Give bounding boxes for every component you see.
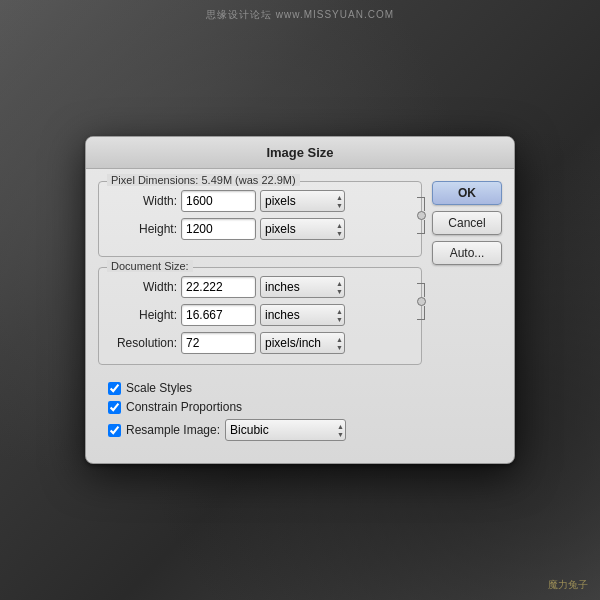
resolution-unit-wrapper: pixels/inch pixels/cm	[260, 332, 345, 354]
constrain-proportions-checkbox[interactable]	[108, 401, 121, 414]
checkboxes-section: Scale Styles Constrain Proportions Resam…	[98, 375, 422, 451]
doc-height-unit-select[interactable]: inches cm mm points picas columns	[260, 304, 345, 326]
resample-method-wrapper: Bicubic Bicubic Smoother Bicubic Sharper…	[225, 419, 346, 441]
resample-image-checkbox[interactable]	[108, 424, 121, 437]
pixel-height-row: Height: pixels percent	[109, 218, 411, 240]
resolution-unit-select[interactable]: pixels/inch pixels/cm	[260, 332, 345, 354]
scale-styles-checkbox[interactable]	[108, 382, 121, 395]
image-size-dialog: Image Size Pixel Dimensions: 5.49M (was …	[85, 136, 515, 464]
doc-height-unit-wrapper: inches cm mm points picas columns	[260, 304, 345, 326]
pixel-dimensions-group: Pixel Dimensions: 5.49M (was 22.9M) Widt…	[98, 181, 422, 257]
resolution-label: Resolution:	[109, 336, 177, 350]
doc-width-unit-select[interactable]: inches cm mm points picas columns	[260, 276, 345, 298]
resample-method-select[interactable]: Bicubic Bicubic Smoother Bicubic Sharper…	[225, 419, 346, 441]
resolution-input[interactable]	[181, 332, 256, 354]
pixel-height-label: Height:	[109, 222, 177, 236]
doc-width-row: Width: inches cm mm points picas columns	[109, 276, 411, 298]
cancel-button[interactable]: Cancel	[432, 211, 502, 235]
scale-styles-label[interactable]: Scale Styles	[126, 381, 192, 395]
watermark-top: 思缘设计论坛 www.MISSYUAN.COM	[206, 8, 394, 22]
auto-button[interactable]: Auto...	[432, 241, 502, 265]
pixel-height-input[interactable]	[181, 218, 256, 240]
doc-height-label: Height:	[109, 308, 177, 322]
doc-height-input[interactable]	[181, 304, 256, 326]
dialog-left-panel: Pixel Dimensions: 5.49M (was 22.9M) Widt…	[98, 181, 422, 451]
document-size-label: Document Size:	[107, 260, 193, 272]
pixel-height-unit-select[interactable]: pixels percent	[260, 218, 345, 240]
constrain-row: Constrain Proportions	[108, 400, 412, 414]
document-size-group: Document Size: Width: inches cm mm point…	[98, 267, 422, 365]
doc-width-input[interactable]	[181, 276, 256, 298]
dialog-title: Image Size	[86, 137, 514, 169]
resolution-row: Resolution: pixels/inch pixels/cm	[109, 332, 411, 354]
pixel-width-row: Width: pixels percent	[109, 190, 411, 212]
resample-row: Resample Image: Bicubic Bicubic Smoother…	[108, 419, 412, 441]
dialog-body: Pixel Dimensions: 5.49M (was 22.9M) Widt…	[86, 169, 514, 463]
doc-height-row: Height: inches cm mm points picas column…	[109, 304, 411, 326]
pixel-width-input[interactable]	[181, 190, 256, 212]
constrain-proportions-label[interactable]: Constrain Proportions	[126, 400, 242, 414]
pixel-link-bracket	[413, 190, 425, 240]
pixel-rows: Width: pixels percent Height:	[109, 190, 411, 240]
doc-width-unit-wrapper: inches cm mm points picas columns	[260, 276, 345, 298]
doc-size-rows: Width: inches cm mm points picas columns	[109, 276, 411, 326]
pixel-height-unit-wrapper: pixels percent	[260, 218, 345, 240]
scale-styles-row: Scale Styles	[108, 381, 412, 395]
watermark-bottom: 魔力兔子	[548, 578, 588, 592]
pixel-dimensions-label: Pixel Dimensions: 5.49M (was 22.9M)	[107, 174, 300, 186]
dialog-buttons-panel: OK Cancel Auto...	[432, 181, 502, 451]
ok-button[interactable]: OK	[432, 181, 502, 205]
pixel-width-unit-wrapper: pixels percent	[260, 190, 345, 212]
doc-link-bracket	[413, 276, 425, 326]
pixel-width-unit-select[interactable]: pixels percent	[260, 190, 345, 212]
resample-image-label[interactable]: Resample Image:	[126, 423, 220, 437]
doc-width-label: Width:	[109, 280, 177, 294]
pixel-width-label: Width:	[109, 194, 177, 208]
